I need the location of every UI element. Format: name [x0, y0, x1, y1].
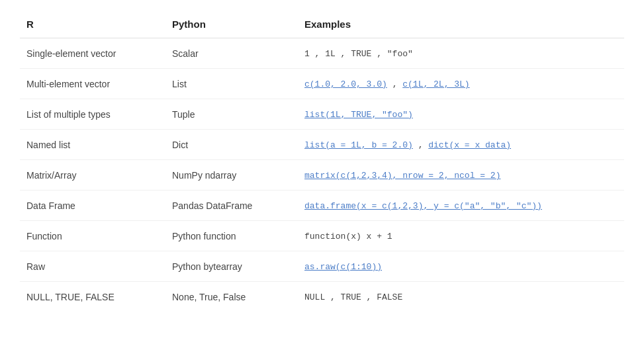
- python-cell: List: [165, 69, 298, 99]
- example-link[interactable]: list(a = 1L, b = 2.0): [304, 140, 413, 150]
- table-row: Multi-element vectorListc(1.0, 2.0, 3.0)…: [20, 69, 624, 99]
- example-link[interactable]: data.frame(x = c(1,2,3), y = c("a", "b",…: [304, 201, 542, 211]
- python-cell: NumPy ndarray: [165, 160, 298, 191]
- r-cell: Multi-element vector: [20, 69, 165, 99]
- examples-cell: list(a = 1L, b = 2.0) , dict(x = x_data): [298, 130, 624, 160]
- example-link[interactable]: dict(x = x_data): [428, 140, 511, 150]
- example-link[interactable]: as.raw(c(1:10)): [304, 262, 382, 272]
- examples-cell: matrix(c(1,2,3,4), nrow = 2, ncol = 2): [298, 160, 624, 191]
- header-python: Python: [165, 13, 298, 38]
- r-cell: List of multiple types: [20, 99, 165, 130]
- example-separator: ,: [387, 79, 402, 89]
- table-row: NULL, TRUE, FALSENone, True, FalseNULL ,…: [20, 282, 624, 312]
- r-cell: Raw: [20, 251, 165, 282]
- table-row: RawPython bytearrayas.raw(c(1:10)): [20, 251, 624, 282]
- table-row: Named listDictlist(a = 1L, b = 2.0) , di…: [20, 130, 624, 160]
- r-cell: Named list: [20, 130, 165, 160]
- example-text: 1 , 1L , TRUE , "foo": [304, 49, 413, 59]
- table-row: FunctionPython functionfunction(x) x + 1: [20, 221, 624, 251]
- examples-cell: c(1.0, 2.0, 3.0) , c(1L, 2L, 3L): [298, 69, 624, 99]
- python-cell: Pandas DataFrame: [165, 191, 298, 221]
- example-link[interactable]: c(1L, 2L, 3L): [402, 79, 469, 89]
- header-examples: Examples: [298, 13, 624, 38]
- r-cell: Matrix/Array: [20, 160, 165, 191]
- examples-cell: NULL , TRUE , FALSE: [298, 282, 624, 312]
- example-link[interactable]: c(1.0, 2.0, 3.0): [304, 79, 387, 89]
- header-r: R: [20, 13, 165, 38]
- example-text: function(x) x + 1: [304, 232, 392, 241]
- r-cell: Data Frame: [20, 191, 165, 221]
- r-cell: Function: [20, 221, 165, 251]
- python-cell: Python function: [165, 221, 298, 251]
- examples-cell: data.frame(x = c(1,2,3), y = c("a", "b",…: [298, 191, 624, 221]
- table-row: Single-element vectorScalar1 , 1L , TRUE…: [20, 38, 624, 69]
- table-row: Matrix/ArrayNumPy ndarraymatrix(c(1,2,3,…: [20, 160, 624, 191]
- python-cell: Tuple: [165, 99, 298, 130]
- python-cell: Scalar: [165, 38, 298, 69]
- examples-cell: function(x) x + 1: [298, 221, 624, 251]
- python-cell: None, True, False: [165, 282, 298, 312]
- examples-cell: 1 , 1L , TRUE , "foo": [298, 38, 624, 69]
- example-text: NULL , TRUE , FALSE: [304, 292, 402, 302]
- python-cell: Python bytearray: [165, 251, 298, 282]
- example-separator: ,: [413, 140, 428, 150]
- example-link[interactable]: matrix(c(1,2,3,4), nrow = 2, ncol = 2): [304, 171, 500, 181]
- table-row: List of multiple typesTuplelist(1L, TRUE…: [20, 99, 624, 130]
- examples-cell: list(1L, TRUE, "foo"): [298, 99, 624, 130]
- python-cell: Dict: [165, 130, 298, 160]
- r-cell: Single-element vector: [20, 38, 165, 69]
- examples-cell: as.raw(c(1:10)): [298, 251, 624, 282]
- example-link[interactable]: list(1L, TRUE, "foo"): [304, 110, 413, 120]
- r-cell: NULL, TRUE, FALSE: [20, 282, 165, 312]
- table-row: Data FramePandas DataFramedata.frame(x =…: [20, 191, 624, 221]
